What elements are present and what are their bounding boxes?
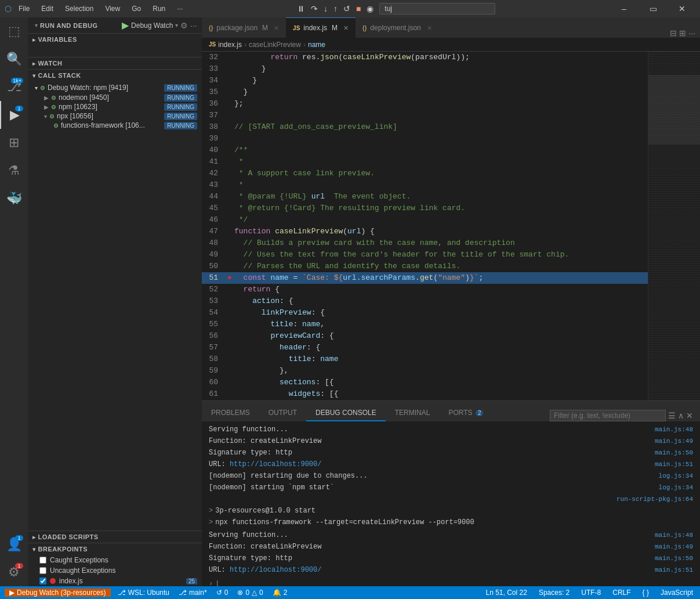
panel-tab-debug-console[interactable]: DEBUG CONSOLE <box>306 405 386 421</box>
console-line-5: [nodemon] restarting due to changes... l… <box>202 470 700 482</box>
debug-more-btn[interactable]: ··· <box>190 21 197 30</box>
status-lang-icon[interactable]: { } <box>640 589 651 597</box>
activity-source-control[interactable]: ⎇ 1k+ <box>0 73 28 101</box>
activity-testing[interactable]: ⚗ <box>0 157 28 185</box>
panel-tab-terminal[interactable]: TERMINAL <box>386 405 440 421</box>
console-link-12[interactable]: main.js:49 <box>655 542 693 552</box>
maximize-btn[interactable]: ▭ <box>640 0 666 17</box>
step-over-btn[interactable]: ↷ <box>310 3 319 15</box>
status-eol[interactable]: CRLF <box>610 589 633 597</box>
activity-search[interactable]: 🔍 <box>0 45 28 73</box>
tab-deployment-json-icon: {} <box>362 24 367 31</box>
panel-list-btn[interactable]: ☰ <box>668 411 676 420</box>
callstack-item-nodemon[interactable]: ▶ ⚙ nodemon [9450] RUNNING <box>42 93 202 102</box>
console-link-7[interactable]: run-script-pkg.js:64 <box>616 494 693 504</box>
breadcrumb-file[interactable]: index.js <box>218 41 242 49</box>
close-btn[interactable]: ✕ <box>669 0 695 17</box>
activity-account[interactable]: 👤 1 <box>0 531 28 558</box>
menu-run[interactable]: Run <box>150 3 168 14</box>
menu-more[interactable]: ··· <box>175 3 185 14</box>
status-cursor[interactable]: Ln 51, Col 22 <box>484 589 529 597</box>
editor-main[interactable]: 32 return res.json(caseLinkPreview(parse… <box>202 52 648 400</box>
status-debug-item[interactable]: ▶ Debug Watch (3p-resources) <box>5 589 111 597</box>
activity-docker[interactable]: 🐳 <box>0 185 28 212</box>
activity-extensions[interactable]: ⊞ <box>0 129 28 157</box>
activity-run-debug[interactable]: ▶ 1 <box>0 101 28 129</box>
bp-index-checkbox[interactable] <box>39 578 46 584</box>
tab-package-json[interactable]: {} package.json M ✕ <box>202 17 286 38</box>
console-link-4[interactable]: main.js:51 <box>655 459 693 470</box>
console-link-2[interactable]: main.js:49 <box>655 436 693 446</box>
menu-go[interactable]: Go <box>129 3 143 14</box>
console-line-11: Serving function... main.js:48 <box>202 529 700 541</box>
minimize-btn[interactable]: – <box>611 0 637 17</box>
step-into-btn[interactable]: ↓ <box>322 3 329 15</box>
step-out-btn[interactable]: ↑ <box>332 3 339 15</box>
run-debug-toggle[interactable]: ▾ RUN AND DEBUG <box>32 21 100 30</box>
console-link-13[interactable]: main.js:50 <box>655 553 693 564</box>
pause-btn[interactable]: ⏸ <box>296 3 306 15</box>
console-link-3[interactable]: main.js:50 <box>655 448 693 458</box>
debug-icon: ▶ <box>9 589 14 597</box>
bp-caught-checkbox[interactable] <box>39 557 46 564</box>
activity-explorer[interactable]: ⬚ <box>0 17 28 45</box>
tab-deployment-json[interactable]: {} deployment.json ✕ <box>356 17 439 38</box>
panel-tab-ports[interactable]: PORTS 2 <box>439 405 492 421</box>
panel-content[interactable]: Serving function... main.js:48 Function:… <box>202 421 700 586</box>
variables-arrow: ▸ <box>32 37 36 43</box>
panel-filter-input[interactable] <box>550 410 666 421</box>
status-encoding[interactable]: UTF-8 <box>579 589 603 597</box>
tab-package-json-close[interactable]: ✕ <box>274 24 279 32</box>
status-branch[interactable]: ⎇ main* <box>176 589 209 597</box>
restart-btn[interactable]: ↺ <box>342 3 351 15</box>
debug-settings-btn[interactable]: ⚙ <box>180 21 188 30</box>
menu-view[interactable]: View <box>103 3 122 14</box>
bp-uncaught-checkbox[interactable] <box>39 567 46 574</box>
more-tabs-btn[interactable]: ··· <box>688 28 695 38</box>
breadcrumb-variable[interactable]: name <box>308 41 325 49</box>
callstack-group-header-main[interactable]: ▾ ⚙ Debug Watch: npm [9419] RUNNING <box>28 82 202 93</box>
loaded-scripts-header[interactable]: ▸ LOADED SCRIPTS <box>28 531 202 543</box>
status-notifications[interactable]: 🔔 2 <box>270 589 290 597</box>
console-link-6[interactable]: log.js:34 <box>659 482 693 493</box>
panel-filter: ☰ ∧ ✕ <box>545 410 700 421</box>
tab-index-js[interactable]: JS index.js M ✕ <box>286 17 356 38</box>
chevron-down-icon-npx: ▾ <box>44 113 47 120</box>
callstack-item-npx[interactable]: ▾ ⚙ npx [10656] RUNNING <box>42 111 202 121</box>
status-spaces[interactable]: Spaces: 2 <box>536 589 572 597</box>
breakpoints-header[interactable]: ▾ BREAKPOINTS <box>28 543 202 555</box>
panel-tab-problems[interactable]: PROBLEMS <box>202 405 259 421</box>
error-icon: ⊗ <box>237 589 243 597</box>
tab-deployment-json-close[interactable]: ✕ <box>427 24 432 32</box>
console-line-7: run-script-pkg.js:64 <box>202 493 700 505</box>
tab-index-js-close[interactable]: ✕ <box>343 24 349 32</box>
watch-header[interactable]: ▸ WATCH <box>28 57 202 69</box>
console-link-11[interactable]: main.js:48 <box>655 530 693 540</box>
variables-header[interactable]: ▸ VARIABLES <box>28 34 202 45</box>
split-editor-btn[interactable]: ⊟ <box>670 28 677 38</box>
layout-btn[interactable]: ⊞ <box>679 28 686 38</box>
breadcrumb-function[interactable]: caseLinkPreview <box>249 41 301 49</box>
activity-settings[interactable]: ⚙ 1 <box>0 558 28 586</box>
tab-package-json-icon: {} <box>209 24 213 31</box>
stop-btn[interactable]: ■ <box>355 3 362 15</box>
console-link-1[interactable]: main.js:48 <box>655 424 693 435</box>
status-language[interactable]: JavaScript <box>658 589 695 597</box>
status-wsl[interactable]: ⎇ WSL: Ubuntu <box>115 589 172 597</box>
menu-selection[interactable]: Selection <box>63 3 96 14</box>
panel-tab-output[interactable]: OUTPUT <box>259 405 306 421</box>
console-link-14[interactable]: main.js:51 <box>655 565 693 575</box>
profile-btn[interactable]: ◉ <box>365 3 375 15</box>
panel-close-btn[interactable]: ✕ <box>686 411 693 420</box>
panel-collapse-btn[interactable]: ∧ <box>678 411 684 420</box>
status-errors[interactable]: ⊗ 0 △ 0 <box>235 589 265 597</box>
command-search[interactable] <box>379 3 495 15</box>
callstack-item-npm[interactable]: ▶ ⚙ npm [10623] RUNNING <box>42 102 202 111</box>
console-link-5[interactable]: log.js:34 <box>659 471 693 481</box>
status-sync[interactable]: ↺ 0 <box>214 589 231 597</box>
callstack-item-functions[interactable]: ⚙ functions-framework [106... RUNNING <box>42 121 202 130</box>
menu-file[interactable]: File <box>16 3 32 14</box>
callstack-header[interactable]: ▾ CALL STACK <box>28 70 202 81</box>
menu-edit[interactable]: Edit <box>39 3 56 14</box>
console-cursor: | <box>215 579 219 586</box>
